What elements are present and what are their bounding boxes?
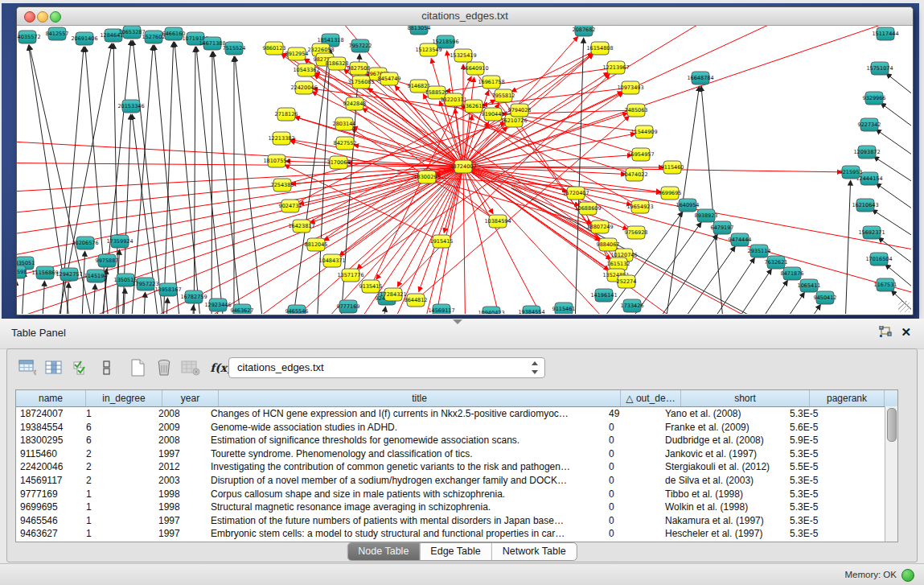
graph-edge[interactable]	[701, 86, 729, 314]
graph-edge[interactable]	[17, 167, 463, 195]
graph-node[interactable]: 19384554	[518, 306, 544, 314]
graph-node[interactable]: 9135415	[359, 280, 383, 293]
graph-node[interactable]: 9777169	[337, 300, 360, 313]
graph-edge[interactable]	[397, 167, 463, 286]
graph-node[interactable]: 8938923	[695, 209, 718, 222]
graph-node[interactable]: 9024731	[279, 200, 302, 212]
graph-node[interactable]: 9463627	[231, 304, 254, 314]
graph-edge[interactable]	[142, 292, 146, 314]
window-resize-grip[interactable]	[898, 301, 910, 312]
table-row[interactable]: 911546021997Tourette syndrome. Phenomeno…	[16, 447, 897, 461]
graph-edge[interactable]	[573, 38, 584, 314]
graph-node[interactable]: 9115461	[552, 303, 576, 314]
graph-node[interactable]: 12213382	[268, 132, 294, 145]
graph-edge[interactable]	[765, 304, 820, 314]
graph-node[interactable]: 16210643	[852, 199, 878, 212]
graph-edge[interactable]	[154, 45, 186, 314]
graph-node[interactable]: 12093872	[853, 146, 880, 159]
column-header[interactable]: △ out_de…	[621, 390, 681, 406]
graph-node[interactable]: 16954957	[627, 148, 654, 161]
graph-edge[interactable]	[463, 167, 911, 259]
graph-edge[interactable]	[844, 180, 851, 314]
graph-edge[interactable]	[129, 45, 153, 314]
graph-node[interactable]: 8912954	[285, 47, 309, 60]
graph-node[interactable]: 2803144	[333, 117, 356, 130]
graph-edge[interactable]	[91, 284, 95, 314]
graph-edge[interactable]	[190, 305, 194, 314]
graph-node[interactable]: 9450412	[814, 291, 837, 304]
column-header[interactable]: short	[681, 390, 810, 406]
graph-node[interactable]: 14569117	[428, 304, 454, 314]
split-divider-handle[interactable]	[453, 319, 462, 324]
graph-node[interactable]: 8454749	[378, 72, 401, 85]
graph-node[interactable]: 9242848	[343, 97, 367, 110]
graph-node[interactable]: 2087682	[573, 26, 596, 36]
graph-node[interactable]: 10474022	[621, 168, 647, 181]
graph-node[interactable]: 8471876	[781, 267, 804, 280]
column-header[interactable]: title	[219, 390, 621, 406]
network-window[interactable]: citations_edges.txt	[16, 6, 914, 315]
network-window-titlebar[interactable]: citations_edges.txt	[17, 7, 913, 26]
graph-node[interactable]: 15117444	[872, 27, 898, 40]
graph-edge[interactable]	[194, 47, 195, 314]
graph-edge[interactable]	[886, 73, 911, 98]
select-all-icon[interactable]	[70, 357, 91, 378]
graph-node[interactable]: 16782759	[180, 290, 207, 303]
graph-node[interactable]: 7515524	[223, 42, 246, 55]
delete-column-icon[interactable]	[154, 357, 175, 378]
scrollbar-thumb[interactable]	[887, 408, 897, 442]
graph-node[interactable]: 7632621	[765, 256, 788, 269]
graph-node[interactable]: 3170064	[327, 156, 351, 169]
graph-edge[interactable]	[463, 92, 622, 167]
graph-node[interactable]: 1640954	[676, 199, 700, 212]
memory-ok-icon[interactable]	[901, 569, 914, 582]
graph-edge[interactable]	[17, 167, 463, 219]
graph-edge[interactable]	[463, 167, 467, 314]
graph-node[interactable]: 391598	[17, 266, 27, 278]
graph-node[interactable]: 14035572	[17, 31, 41, 43]
graph-node[interactable]: 11156869	[31, 266, 58, 279]
network-canvas[interactable]: 1403557284125572069140612846411106532871…	[17, 26, 911, 314]
graph-edge[interactable]	[211, 51, 212, 314]
graph-node[interactable]: 252274	[617, 275, 637, 288]
graph-node[interactable]: 12213967	[602, 61, 629, 74]
graph-node[interactable]: 8644812	[405, 294, 428, 307]
graph-node[interactable]: 9975887	[96, 254, 119, 267]
graph-node[interactable]: 9215953	[840, 166, 863, 179]
table-mode-icon[interactable]: ⚙	[17, 357, 38, 378]
graph-node[interactable]: 15692371	[858, 226, 885, 239]
graph-node[interactable]: 11544909	[630, 126, 657, 138]
table-row[interactable]: 946554611997Estimation of the future num…	[16, 514, 897, 528]
graph-edge[interactable]	[378, 307, 385, 314]
graph-node[interactable]: 17016504	[865, 253, 892, 266]
graph-edge[interactable]	[162, 42, 174, 314]
table-row[interactable]: 946362711997Embryonic stem cells: a mode…	[16, 527, 897, 541]
graph-edge[interactable]	[133, 40, 170, 314]
graph-node[interactable]: 7485063	[625, 104, 648, 117]
graph-edge[interactable]	[881, 103, 911, 130]
table-row[interactable]: 1830029562008Estimation of significance …	[16, 434, 897, 447]
column-header[interactable]: name	[16, 390, 86, 406]
graph-node[interactable]: 1733426	[621, 299, 644, 312]
table-row[interactable]: 969969511998Structural magnetic resonanc…	[16, 501, 897, 514]
graph-node[interactable]: 8427552	[334, 137, 357, 150]
float-panel-icon[interactable]	[878, 326, 892, 339]
graph-edge[interactable]	[876, 130, 911, 159]
graph-node[interactable]: 7955812	[492, 89, 515, 102]
graph-node[interactable]: 7254385	[271, 179, 294, 192]
tab-edge-table[interactable]: Edge Table	[420, 543, 491, 560]
graph-node[interactable]: 8812045	[305, 238, 328, 251]
table-row[interactable]: 1872400712008Changes of HCN gene express…	[16, 407, 897, 421]
graph-node[interactable]: 1065411	[798, 279, 821, 292]
graph-node[interactable]: 2935114	[748, 245, 771, 257]
graph-node[interactable]: 9860123	[263, 42, 286, 55]
network-graph[interactable]: 1403557284125572069140612846411106532871…	[17, 26, 911, 314]
close-panel-icon[interactable]: ✕	[901, 324, 911, 340]
graph-node[interactable]: 19654923	[626, 200, 653, 213]
graph-node[interactable]: 16640910	[462, 62, 488, 75]
graph-node[interactable]: 8412557	[46, 27, 69, 40]
graph-node[interactable]: 1915415	[430, 235, 454, 248]
graph-node[interactable]: 9115460	[661, 161, 684, 174]
new-column-icon[interactable]	[127, 357, 148, 378]
row-height-icon[interactable]	[97, 357, 117, 378]
